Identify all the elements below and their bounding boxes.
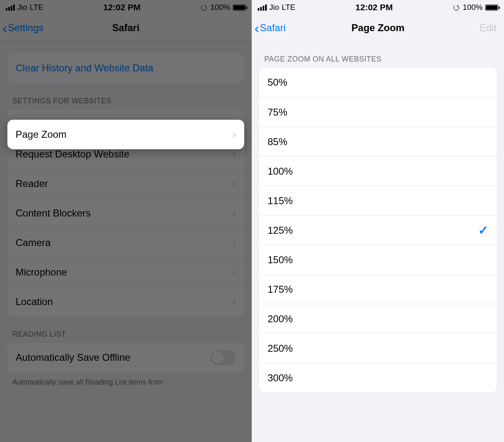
zoom-option[interactable]: 50% xyxy=(259,68,497,97)
zoom-option[interactable]: 150% xyxy=(259,245,497,274)
battery-percent: 100% xyxy=(210,3,230,12)
rotation-lock-icon: ⭯ xyxy=(453,3,460,12)
chevron-right-icon: › xyxy=(232,266,236,278)
zoom-option-label: 100% xyxy=(268,166,293,177)
row-reader[interactable]: Reader › xyxy=(7,169,244,198)
zoom-option-label: 85% xyxy=(268,136,287,148)
row-label: Page Zoom xyxy=(16,129,66,140)
clock: 12:02 PM xyxy=(103,2,141,12)
zoom-option-label: 125% xyxy=(268,225,293,236)
nav-bar: ‹ Safari Page Zoom Edit xyxy=(252,15,504,41)
row-label: Reader xyxy=(16,178,48,189)
status-bar: Jio LTE 12:02 PM ⭯ 100% xyxy=(252,0,504,15)
row-label: Content Blockers xyxy=(16,207,91,219)
row-location[interactable]: Location › xyxy=(7,287,244,316)
zoom-option-label: 175% xyxy=(268,284,293,295)
clear-history-label: Clear History and Website Data xyxy=(16,62,153,74)
footer-note: Automatically save all Reading List item… xyxy=(0,372,252,387)
reading-list-group: Automatically Save Offline xyxy=(7,343,244,372)
status-bar: Jio LTE 12:02 PM ⭯ 100% xyxy=(0,0,252,15)
row-content-blockers[interactable]: Content Blockers › xyxy=(7,198,244,228)
left-screenshot: Jio LTE 12:02 PM ⭯ 100% ‹ Settings Safar… xyxy=(0,0,252,442)
chevron-right-icon: › xyxy=(232,207,236,219)
chevron-right-icon: › xyxy=(232,295,236,308)
edit-label: Edit xyxy=(480,22,497,34)
section-header-reading-list: READING LIST xyxy=(0,316,252,343)
rotation-lock-icon: ⭯ xyxy=(200,3,208,12)
battery-percent: 100% xyxy=(463,3,483,12)
zoom-options-group: 50%75%85%100%115%125%✓150%175%200%250%30… xyxy=(259,68,497,392)
signal-icon xyxy=(6,5,15,11)
row-label: Camera xyxy=(16,237,50,248)
chevron-left-icon: ‹ xyxy=(2,21,7,35)
zoom-option[interactable]: 200% xyxy=(259,304,497,333)
chevron-right-icon: › xyxy=(232,177,236,190)
battery-icon xyxy=(485,5,498,11)
section-header-zoom: PAGE ZOOM ON ALL WEBSITES xyxy=(252,41,504,68)
network-label: LTE xyxy=(30,3,43,12)
page-title: Safari xyxy=(112,22,140,34)
carrier-label: Jio xyxy=(17,3,27,12)
chevron-left-icon: ‹ xyxy=(254,21,259,35)
zoom-option-label: 200% xyxy=(268,313,293,325)
row-label: Request Desktop Website xyxy=(16,148,129,160)
chevron-right-icon: › xyxy=(232,128,236,141)
clock: 12:02 PM xyxy=(355,2,393,12)
checkmark-icon: ✓ xyxy=(478,223,488,237)
right-screenshot: Jio LTE 12:02 PM ⭯ 100% ‹ Safari Page Zo… xyxy=(252,0,504,442)
network-label: LTE xyxy=(282,3,295,12)
chevron-right-icon: › xyxy=(232,236,236,249)
row-label: Automatically Save Offline xyxy=(16,352,131,363)
nav-bar: ‹ Settings Safari xyxy=(0,15,252,41)
zoom-option-label: 150% xyxy=(268,254,293,266)
chevron-right-icon: › xyxy=(232,148,236,160)
zoom-option-label: 300% xyxy=(268,372,293,384)
zoom-option[interactable]: 85% xyxy=(259,127,497,156)
row-camera[interactable]: Camera › xyxy=(7,228,244,257)
back-label: Settings xyxy=(8,22,44,34)
signal-icon xyxy=(258,5,267,11)
zoom-option[interactable]: 175% xyxy=(259,274,497,304)
zoom-option[interactable]: 125%✓ xyxy=(259,215,497,245)
toggle-off-icon[interactable] xyxy=(211,350,236,365)
back-button[interactable]: ‹ Settings xyxy=(2,15,44,41)
clear-history-group: Clear History and Website Data xyxy=(7,53,244,83)
back-label: Safari xyxy=(260,22,286,34)
battery-icon xyxy=(233,5,246,11)
row-label: Location xyxy=(16,296,53,308)
zoom-option-label: 75% xyxy=(268,107,287,118)
row-auto-save-offline[interactable]: Automatically Save Offline xyxy=(7,343,244,372)
zoom-option-label: 250% xyxy=(268,343,293,354)
page-title: Page Zoom xyxy=(351,22,404,34)
row-microphone[interactable]: Microphone › xyxy=(7,257,244,287)
edit-button[interactable]: Edit xyxy=(480,15,497,41)
back-button[interactable]: ‹ Safari xyxy=(254,15,286,41)
carrier-label: Jio xyxy=(269,3,279,12)
section-header-websites: SETTINGS FOR WEBSITES xyxy=(0,83,252,109)
zoom-option[interactable]: 100% xyxy=(259,156,497,186)
zoom-option[interactable]: 75% xyxy=(259,97,497,127)
zoom-option[interactable]: 115% xyxy=(259,186,497,215)
highlight-page-zoom: Page Zoom › xyxy=(7,120,244,149)
row-page-zoom-highlighted[interactable]: Page Zoom › xyxy=(7,120,244,149)
zoom-option-label: 115% xyxy=(268,195,293,207)
zoom-option-label: 50% xyxy=(268,77,287,88)
row-label: Microphone xyxy=(16,267,67,278)
clear-history-button[interactable]: Clear History and Website Data xyxy=(7,53,244,83)
zoom-option[interactable]: 250% xyxy=(259,333,497,363)
zoom-option[interactable]: 300% xyxy=(259,363,497,392)
